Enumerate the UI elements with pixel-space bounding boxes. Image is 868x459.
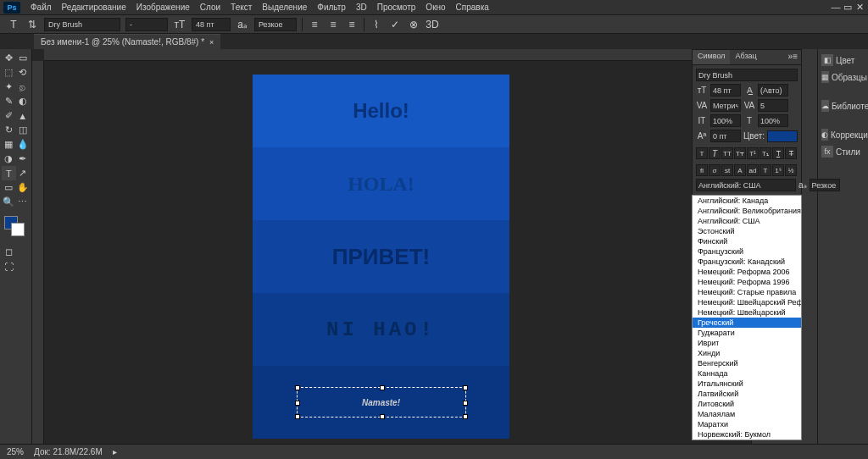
paragraph-tab[interactable]: Абзац	[730, 50, 761, 64]
artboard-tool[interactable]: ▭	[16, 51, 31, 65]
3d-icon[interactable]: 3D	[426, 18, 439, 31]
italic-button[interactable]: T	[709, 147, 721, 159]
lasso-tool[interactable]: ⟲	[16, 65, 31, 80]
antialias-select[interactable]: Резкое	[254, 18, 297, 31]
ot-A[interactable]: A	[734, 164, 746, 176]
language-option[interactable]: Английский: Канада	[693, 196, 801, 206]
swatches-panel-button[interactable]: ▦Образцы	[821, 71, 865, 83]
allcaps-button[interactable]: TT	[721, 147, 733, 159]
transform-box[interactable]	[297, 387, 466, 418]
language-option[interactable]: Литовский	[693, 399, 801, 409]
blur-tool[interactable]: 💧	[16, 137, 31, 152]
pen-tool[interactable]: ✒	[16, 152, 31, 166]
cp-text-color[interactable]	[767, 130, 798, 142]
language-option[interactable]: Эстонский	[693, 226, 801, 236]
orientation-icon[interactable]: ⇅	[25, 18, 39, 31]
cp-vscale[interactable]	[710, 114, 741, 127]
dodge-tool[interactable]: ◑	[2, 152, 16, 166]
strike-button[interactable]: T̶	[785, 147, 797, 159]
zoom-level[interactable]: 25%	[7, 447, 24, 456]
language-option[interactable]: Французский: Канадский	[693, 257, 801, 267]
document-tab[interactable]: Без имени-1 @ 25% (Namaste!, RGB/8#) * ×	[34, 34, 220, 49]
stripe-namaste[interactable]: Namaste!	[253, 366, 509, 439]
menu-view[interactable]: Просмотр	[372, 3, 421, 12]
language-option[interactable]: Венгерский	[693, 358, 801, 368]
stamp-tool[interactable]: ▲	[16, 108, 31, 123]
language-option[interactable]: Норвежский: Букмол	[693, 429, 801, 440]
language-option[interactable]: Норвежский: Нюнорск (лансмол, новонорвеж…	[693, 440, 801, 440]
menu-file[interactable]: Файл	[25, 3, 57, 12]
status-arrow-icon[interactable]: ▸	[113, 447, 117, 456]
align-right-icon[interactable]: ≡	[345, 18, 359, 31]
ot-o[interactable]: σ	[709, 164, 721, 176]
font-style-select[interactable]: -	[125, 18, 168, 31]
styles-panel-button[interactable]: fxСтили	[821, 146, 865, 158]
menu-3d[interactable]: 3D	[351, 3, 372, 12]
language-option[interactable]: Иврит	[693, 338, 801, 348]
superscript-button[interactable]: T¹	[747, 147, 759, 159]
menu-help[interactable]: Справка	[451, 3, 494, 12]
language-option[interactable]: Английский: Великобритания	[693, 206, 801, 216]
cp-kerning[interactable]	[710, 99, 741, 112]
language-option[interactable]: Итальянский	[693, 379, 801, 389]
hand-tool[interactable]: ✋	[16, 180, 31, 195]
language-dropdown[interactable]: Английский: КанадаАнглийский: Великобрит…	[692, 195, 802, 440]
ot-T[interactable]: T	[760, 164, 771, 176]
menu-filter[interactable]: Фильтр	[312, 3, 351, 12]
language-option[interactable]: Малаялам	[693, 409, 801, 419]
adjustments-panel-button[interactable]: ◐Коррекция	[821, 129, 865, 141]
maximize-button[interactable]: ▭	[843, 3, 853, 13]
ot-frac[interactable]: ½	[785, 164, 797, 176]
menu-edit[interactable]: Редактирование	[57, 3, 131, 12]
cp-antialias[interactable]	[810, 179, 840, 191]
menu-select[interactable]: Выделение	[257, 3, 312, 12]
language-option[interactable]: Немецкий: Старые правила	[693, 287, 801, 297]
quickmask-tool[interactable]: ◻	[2, 245, 16, 259]
canvas-area[interactable]: Hello! HOLA! ПРИВЕТ! NI HAO! Namaste!	[32, 49, 751, 444]
subscript-button[interactable]: T₁	[760, 147, 771, 159]
cp-font-family[interactable]	[696, 69, 798, 81]
language-option[interactable]: Гуджарати	[693, 328, 801, 338]
screenmode-tool[interactable]: ⛶	[2, 259, 16, 274]
align-left-icon[interactable]: ≡	[308, 18, 321, 31]
bold-button[interactable]: T	[696, 147, 708, 159]
history-tool[interactable]: ↻	[2, 123, 16, 137]
language-option[interactable]: Немецкий: Реформа 1996	[693, 277, 801, 287]
panel-menu-icon[interactable]: »≡	[785, 50, 801, 64]
font-size-select[interactable]: 48 пт	[192, 18, 231, 31]
move-tool[interactable]: ✥	[2, 51, 16, 65]
language-option[interactable]: Латвийский	[693, 389, 801, 399]
commit-icon[interactable]: ✓	[388, 18, 402, 31]
language-option[interactable]: Хинди	[693, 348, 801, 358]
cancel-icon[interactable]: ⊗	[407, 18, 420, 31]
menu-window[interactable]: Окно	[420, 3, 450, 12]
color-swatches[interactable]	[2, 216, 30, 241]
language-option[interactable]: Каннада	[693, 368, 801, 379]
path-tool[interactable]: ↗	[16, 166, 31, 180]
eraser-tool[interactable]: ◫	[16, 123, 31, 137]
cp-language-select[interactable]	[696, 179, 796, 191]
ot-1st[interactable]: 1ˢ	[772, 164, 784, 176]
cp-baseline[interactable]	[710, 130, 741, 142]
underline-button[interactable]: T̲	[772, 147, 784, 159]
ot-st[interactable]: st	[721, 164, 733, 176]
menu-image[interactable]: Изображение	[131, 3, 195, 12]
zoom-tool[interactable]: 🔍	[2, 195, 16, 209]
minimize-button[interactable]: —	[831, 3, 841, 13]
close-tab-icon[interactable]: ×	[209, 38, 214, 47]
language-option[interactable]: Греческий	[693, 318, 801, 328]
shape-tool[interactable]: ▭	[2, 180, 16, 195]
marquee-tool[interactable]: ⬚	[2, 65, 16, 80]
menu-layers[interactable]: Слои	[195, 3, 225, 12]
font-family-select[interactable]: Dry Brush	[44, 18, 120, 31]
language-option[interactable]: Немецкий: Швейцарский	[693, 307, 801, 318]
ot-fi[interactable]: fi	[696, 164, 708, 176]
cp-hscale[interactable]	[758, 114, 788, 127]
close-button[interactable]: ✕	[854, 3, 865, 13]
cp-leading[interactable]	[758, 84, 788, 97]
crop-tool[interactable]: ⟄	[16, 80, 31, 94]
wand-tool[interactable]: ✦	[2, 80, 16, 94]
cp-font-size[interactable]	[710, 84, 741, 97]
language-option[interactable]: Маратхи	[693, 419, 801, 429]
language-option[interactable]: Французский	[693, 246, 801, 257]
